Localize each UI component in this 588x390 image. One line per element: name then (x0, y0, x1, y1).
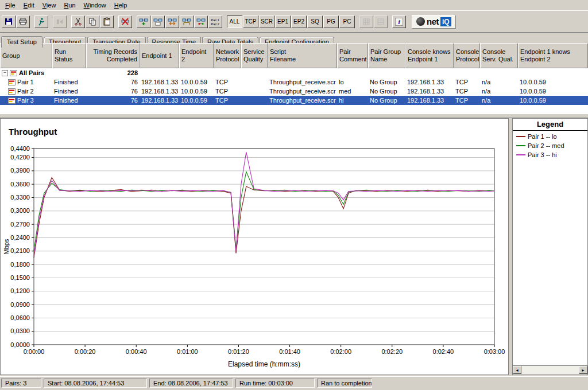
copy-pair-button[interactable] (151, 15, 165, 28)
legend-label: Pair 1 -- lo (528, 133, 557, 140)
table-row-pair-3[interactable]: Pair 3Finished76192.168.1.3310.0.0.59TCP… (0, 96, 588, 105)
save-icon (4, 17, 13, 26)
service-quality-cell (241, 77, 268, 87)
collapse-icon[interactable]: − (2, 70, 8, 76)
y-tick-label: 0,3600 (10, 181, 30, 188)
y-tick-label: 0,3300 (10, 194, 30, 201)
column-header-endpoint-1-knows-endpoint-2[interactable]: Endpoint 1 knowsEndpoint 2 (518, 43, 588, 68)
view-list-icon (376, 17, 385, 26)
connect-pairs-button[interactable] (194, 15, 208, 28)
legend-entry-pair-1-lo: Pair 1 -- lo (513, 131, 587, 140)
column-header-line: Comment (339, 56, 366, 63)
tab-test-setup[interactable]: Test Setup (1, 36, 42, 48)
filter-scr-button[interactable]: SCR (259, 15, 274, 28)
pair-comment-cell: lo (337, 77, 368, 87)
pair-name: Pair 2 (17, 87, 34, 96)
column-header-console-protocol[interactable]: ConsoleProtocol (454, 43, 480, 68)
column-header-pair-comment[interactable]: PairComment (337, 43, 368, 68)
pairs-count-panel: Pairs: 3 (1, 379, 41, 388)
endpoint2-cell: 10.0.0.59 (179, 96, 214, 105)
empty-cell (140, 68, 179, 77)
menu-file[interactable]: File (1, 1, 20, 10)
column-header-console-knows-endpoint-1[interactable]: Console knowsEndpoint 1 (405, 43, 454, 68)
stop-run-icon (55, 17, 64, 26)
filter-all-button[interactable]: ALL (227, 15, 242, 28)
menu-edit[interactable]: Edit (20, 1, 38, 10)
menu-run[interactable]: Run (60, 1, 79, 10)
column-header-line: Timing Records (93, 48, 137, 56)
toolbar-trailing-group: i (355, 15, 407, 28)
info-button[interactable]: i (392, 15, 406, 28)
swap-endpoints-button[interactable] (165, 15, 179, 28)
pair-name: Pair 1 (17, 77, 34, 87)
table-row-all-pairs[interactable]: −All Pairs228 (0, 68, 588, 77)
delete-pair-button[interactable] (118, 15, 132, 28)
filter-ep1-button[interactable]: EP1 (275, 15, 291, 28)
copy-button[interactable] (86, 15, 99, 28)
filter-pg-button[interactable]: PG (323, 15, 339, 28)
column-header-line: Protocol (216, 56, 239, 63)
x-tick-label: 0:02:40 (433, 348, 454, 355)
filter-sq-button[interactable]: SQ (307, 15, 323, 28)
pairs-table-body: −All Pairs228Pair 1Finished76192.168.1.3… (0, 68, 588, 105)
completion-status-panel: Ran to completion (317, 379, 372, 388)
legend-horizontal-scrollbar[interactable]: ◄ ► (513, 365, 587, 375)
series-pair-2-med (34, 171, 494, 251)
horizontal-splitter[interactable] (0, 114, 588, 118)
paste-button[interactable] (100, 15, 114, 28)
column-header-line: Endpoint 1 (408, 56, 451, 63)
pair1-pair2-button[interactable]: Pair 1Pair 2 (208, 15, 222, 28)
toolbar-filter-group: ALLTCPSCREP1EP2SQPGPC (223, 15, 355, 28)
column-header-endpoint-1[interactable]: Endpoint 1 (140, 43, 179, 68)
column-header-service-quality[interactable]: ServiceQuality (241, 43, 268, 68)
script-filename-cell: Throughput_receive.scr (268, 87, 337, 96)
print-button[interactable] (16, 15, 30, 28)
add-pair-icon (139, 17, 148, 26)
column-header-script-filename[interactable]: ScriptFilename (268, 43, 337, 68)
console-serv-qual-cell: n/a (480, 77, 518, 87)
toolbar-button-group: Pair 1Pair 2 (2, 15, 223, 28)
save-button[interactable] (2, 15, 16, 28)
column-header-line: Script (270, 48, 335, 56)
endpoint2-cell: 10.0.0.59 (179, 87, 214, 96)
menu-bar: FileEditViewRunWindowHelp (0, 0, 588, 10)
plot-border (34, 149, 494, 345)
column-header-console-serv-qual[interactable]: ConsoleServ. Qual. (480, 43, 518, 68)
table-row-pair-1[interactable]: Pair 1Finished76192.168.1.3310.0.0.59TCP… (0, 77, 588, 87)
column-header-line: Pair (339, 48, 366, 56)
table-row-pair-2[interactable]: Pair 2Finished76192.168.1.3310.0.0.59TCP… (0, 87, 588, 96)
end-time-panel: End: 08.08.2006, 17:47:53 (149, 379, 233, 388)
add-pair-button[interactable] (137, 15, 150, 28)
endpoint1-cell: 192.168.1.33 (140, 96, 179, 105)
pair-comment-cell: med (337, 87, 368, 96)
timing-records-cell: 228 (86, 68, 140, 77)
x-tick-label: 0:03:00 (484, 348, 505, 355)
filter-pc-button[interactable]: PC (339, 15, 355, 28)
column-header-network-protocol[interactable]: NetworkProtocol (214, 43, 241, 68)
svg-text:Pair 1: Pair 1 (211, 18, 219, 21)
filter-tcp-button[interactable]: TCP (243, 15, 258, 28)
run-test-button[interactable] (34, 15, 48, 28)
console-protocol-cell: TCP (454, 77, 480, 87)
column-header-timing-records-completed[interactable]: Timing RecordsCompleted (86, 43, 140, 68)
empty-cell (179, 68, 214, 77)
group-pairs-button[interactable] (180, 15, 194, 28)
column-header-pair-group-name[interactable]: Pair GroupName (368, 43, 405, 68)
menu-help[interactable]: Help (110, 1, 131, 10)
cut-button[interactable] (71, 15, 85, 28)
menu-window[interactable]: Window (80, 1, 110, 10)
y-tick-label: 0,0000 (10, 341, 30, 348)
column-header-line: Completed (107, 56, 137, 63)
network-protocol-cell: TCP (214, 96, 241, 105)
scroll-left-icon[interactable]: ◄ (513, 366, 521, 374)
legend-line-swatch (516, 145, 525, 146)
column-header-endpoint-2[interactable]: Endpoint 2 (179, 43, 214, 68)
menu-view[interactable]: View (38, 1, 60, 10)
scroll-right-icon[interactable]: ► (579, 366, 587, 374)
column-header-line: Filename (270, 56, 335, 63)
column-header-run-status[interactable]: Run Status (52, 43, 86, 68)
empty-cell (337, 68, 368, 77)
column-header-line: Endpoint 1 (142, 52, 177, 60)
y-tick-label: 0,0600 (10, 314, 30, 321)
filter-ep2-button[interactable]: EP2 (291, 15, 307, 28)
